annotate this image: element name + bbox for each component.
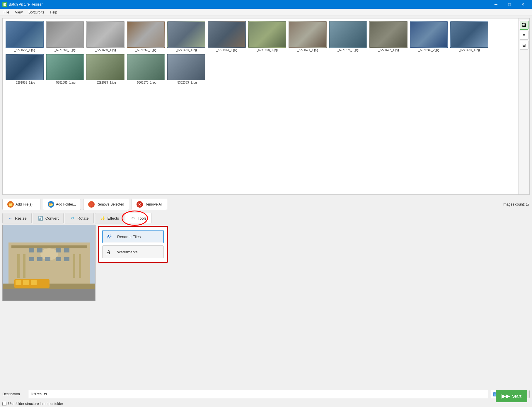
- remove-selected-icon: 🚫: [88, 201, 95, 208]
- image-item[interactable]: _5271684_1.jpg: [450, 21, 488, 52]
- tab-tools-label: Tools: [138, 216, 146, 221]
- image-item[interactable]: _5281881_1.jpg: [6, 54, 44, 84]
- menu-help[interactable]: Help: [48, 10, 60, 15]
- image-item[interactable]: _5271664_1.jpg: [167, 21, 205, 52]
- image-thumbnail: [167, 21, 205, 48]
- add-folder-button[interactable]: 📂 Add Folder...: [43, 199, 81, 210]
- tab-rotate[interactable]: ↻ Rotate: [65, 213, 93, 223]
- add-files-label: Add File(s)...: [16, 202, 35, 206]
- start-button[interactable]: ▶▶ Start: [496, 390, 527, 402]
- svg-rect-9: [37, 248, 42, 252]
- add-files-button[interactable]: 📁 Add File(s)...: [2, 199, 40, 210]
- remove-selected-label: Remove Selected: [96, 202, 124, 206]
- image-thumbnail: [86, 21, 125, 48]
- image-item[interactable]: _5271667_1.jpg: [208, 21, 246, 52]
- image-thumbnail: [208, 21, 246, 48]
- image-thumbnail: [46, 54, 84, 80]
- image-thumbnail: [289, 21, 327, 48]
- svg-rect-5: [23, 254, 25, 278]
- tools-buttons-panel: A 3 Rename Files A Watermarks: [98, 226, 168, 263]
- watermarks-label: Watermarks: [117, 250, 138, 254]
- image-thumbnail: [410, 21, 448, 48]
- image-item[interactable]: _5281885_1.jpg: [46, 54, 84, 84]
- maximize-button[interactable]: □: [503, 0, 516, 9]
- image-label: _5302370_1.jpg: [135, 81, 156, 84]
- image-item[interactable]: _5271675_1.jpg: [329, 21, 367, 52]
- tab-tools[interactable]: ⚙ Tools: [125, 213, 151, 223]
- image-item[interactable]: _5302370_1.jpg: [127, 54, 165, 84]
- tab-effects[interactable]: ✨ Effects: [95, 213, 124, 223]
- menu-file[interactable]: File: [1, 10, 11, 15]
- svg-rect-15: [56, 257, 61, 261]
- svg-rect-13: [37, 257, 42, 261]
- image-item[interactable]: _5271677_1.jpg: [369, 21, 407, 52]
- menu-softorbits[interactable]: SoftOrbits: [26, 10, 46, 15]
- tools-tab-wrapper: ⚙ Tools: [125, 213, 151, 223]
- tools-panel: A 3 Rename Files A Watermarks: [98, 225, 530, 388]
- image-item[interactable]: _5271671_1.jpg: [289, 21, 327, 52]
- main-container: _5271658_1.jpg_5271659_1.jpg_5271660_1.j…: [0, 16, 532, 407]
- images-count: Images count: 17: [503, 202, 530, 206]
- tab-rotate-label: Rotate: [77, 216, 88, 221]
- image-thumbnail: [6, 54, 44, 80]
- content-area: A 3 Rename Files A Watermarks: [2, 225, 530, 388]
- image-thumbnail: [86, 54, 125, 80]
- preview-image: [3, 225, 95, 301]
- right-panel: 🖼 ≡ ⊞: [518, 18, 529, 194]
- svg-text:A: A: [106, 249, 110, 255]
- image-label: _5271662_1.jpg: [135, 48, 156, 52]
- app-title: Batch Picture Resizer: [9, 2, 42, 6]
- menu-view[interactable]: View: [13, 10, 25, 15]
- lower-section: ↔ Resize 🔄 Convert ↻ Rotate ✨ Effects ⚙ …: [0, 212, 532, 388]
- svg-rect-21: [23, 280, 29, 285]
- svg-rect-8: [29, 248, 34, 252]
- image-item[interactable]: _5271658_1.jpg: [6, 21, 44, 52]
- image-item[interactable]: _5271668_1.jpg: [248, 21, 286, 52]
- rotate-icon: ↻: [70, 215, 76, 221]
- destination-label: Destination: [2, 392, 26, 396]
- folder-structure-checkbox[interactable]: [2, 402, 6, 406]
- remove-selected-button[interactable]: 🚫 Remove Selected: [83, 199, 129, 210]
- remove-all-icon: ✖: [137, 201, 143, 208]
- image-thumbnail: [329, 21, 367, 48]
- folder-structure-label[interactable]: Use folder structure in output folder: [2, 402, 530, 406]
- image-item[interactable]: _5302383_1.jpg: [167, 54, 205, 84]
- image-label: _5271671_1.jpg: [297, 48, 318, 52]
- view-grid-btn[interactable]: ⊞: [520, 41, 528, 50]
- folder-structure-text: Use folder structure in output folder: [8, 402, 63, 406]
- image-item[interactable]: _5271682_2.jpg: [410, 21, 448, 52]
- close-button[interactable]: ✕: [516, 0, 530, 9]
- tab-resize[interactable]: ↔ Resize: [2, 213, 32, 223]
- view-list-btn[interactable]: ≡: [520, 31, 528, 40]
- svg-rect-10: [56, 248, 61, 252]
- destination-input[interactable]: [28, 390, 488, 398]
- image-label: _5281881_1.jpg: [14, 81, 35, 84]
- image-label: _5271660_1.jpg: [95, 48, 116, 52]
- remove-all-label: Remove All: [145, 202, 163, 206]
- tools-icon: ⚙: [130, 215, 136, 221]
- minimize-button[interactable]: ─: [489, 0, 503, 9]
- svg-rect-11: [64, 248, 69, 252]
- image-item[interactable]: _5271662_1.jpg: [127, 21, 165, 52]
- image-thumbnail: [46, 21, 84, 48]
- watermarks-button[interactable]: A Watermarks: [102, 245, 164, 258]
- remove-all-button[interactable]: ✖ Remove All: [132, 199, 168, 210]
- image-item[interactable]: _5271660_1.jpg: [86, 21, 125, 52]
- view-large-btn[interactable]: 🖼: [520, 21, 528, 30]
- svg-rect-20: [16, 280, 21, 285]
- preview-svg: [3, 225, 96, 301]
- image-grid-container: _5271658_1.jpg_5271659_1.jpg_5271660_1.j…: [2, 18, 530, 195]
- image-thumbnail: [450, 21, 488, 48]
- image-thumbnail: [369, 21, 407, 48]
- image-label: _5271668_1.jpg: [257, 48, 278, 52]
- image-label: _5271684_1.jpg: [459, 48, 480, 52]
- start-icon: ▶▶: [502, 393, 510, 399]
- tab-convert[interactable]: 🔄 Convert: [33, 213, 64, 223]
- rename-files-button[interactable]: A 3 Rename Files: [102, 230, 164, 243]
- destination-bar: Destination Options: [0, 388, 532, 401]
- title-bar: 🖼 Batch Picture Resizer ─ □ ✕: [0, 0, 532, 9]
- image-item[interactable]: _5271659_1.jpg: [46, 21, 84, 52]
- image-label: _5292023_1.jpg: [95, 81, 116, 84]
- image-item[interactable]: _5292023_1.jpg: [86, 54, 125, 84]
- title-bar-left: 🖼 Batch Picture Resizer: [2, 2, 42, 7]
